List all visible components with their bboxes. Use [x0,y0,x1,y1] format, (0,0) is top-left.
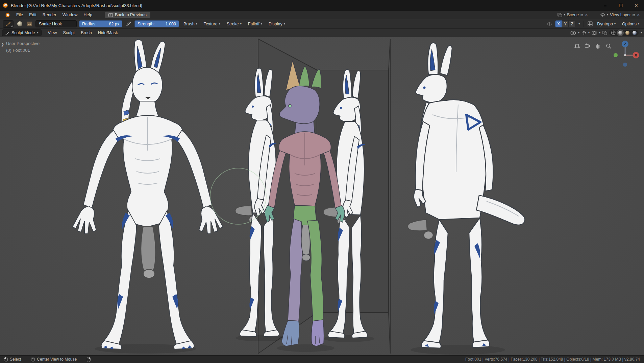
panel-texture[interactable]: Texture▾ [202,20,222,28]
gizmos-toggle-icon[interactable] [581,30,586,35]
blender-icon [5,13,10,18]
window-title: Blender [G:\Art Refs\My Characters-Adopt… [11,3,142,8]
dropdown-corner-icon [11,25,13,27]
chevron-down-icon[interactable]: ▾ [578,23,580,25]
chevron-down-icon: ▾ [607,14,608,16]
vp-menu-view[interactable]: View [45,30,60,35]
unlink-scene-icon[interactable]: ✕ [585,13,588,17]
ground-shadows [95,335,505,355]
viewport-header: Sculpt Mode ▾ View Sculpt Brush Hide/Mas… [0,29,644,37]
shading-rendered-icon[interactable] [632,30,637,36]
chevron-down-icon: ▾ [614,23,616,25]
vp-menu-brush[interactable]: Brush [78,30,95,35]
object-visibility-icon[interactable] [570,31,576,35]
back-to-previous-button[interactable]: Back to Previous [105,12,150,18]
expand-toolbar-chevron[interactable]: ❯ [1,42,4,47]
mirror-y-toggle[interactable]: Y [562,20,569,27]
tool-settings-header: Snake Hook Radius: 82 px Strength: 1.000… [0,19,644,29]
blender-window: Blender [G:\Art Refs\My Characters-Adopt… [0,0,644,363]
menu-edit[interactable]: Edit [26,11,40,19]
shading-solid-icon[interactable] [618,30,623,36]
brush-name-field[interactable]: Snake Hook [35,20,77,27]
hint-context-menu [87,357,91,362]
minimize-button[interactable]: – [597,0,613,11]
mouse-left-icon [4,357,8,362]
chevron-down-icon: ▾ [284,23,285,25]
matcap-ball-icon[interactable] [16,20,23,28]
panel-falloff[interactable]: Falloff▾ [246,20,264,28]
chevron-down-icon: ▾ [564,14,565,16]
blender-app-menu[interactable] [2,11,13,19]
mirror-axis-toggles: X Y Z [555,20,575,27]
menu-file[interactable]: File [13,11,26,19]
panel-stroke[interactable]: Stroke▾ [225,20,244,28]
menu-help[interactable]: Help [80,11,95,19]
mode-selector[interactable]: Sculpt Mode ▾ [2,29,42,36]
menu-render[interactable]: Render [40,11,59,19]
xray-toggle-icon[interactable] [602,31,607,35]
hint-select: Select [4,357,21,362]
shading-mode-group [609,30,639,36]
chevron-down-icon: ▾ [196,23,197,25]
shading-material-icon[interactable] [625,30,630,36]
sculpt-genital [301,225,310,255]
scene-statistics: Foot.001 | Verts:76,574 | Faces:130,208 … [465,357,640,362]
chevron-down-icon[interactable]: ▾ [578,31,579,34]
scene-icon [558,13,562,17]
viewport-3d[interactable]: ❯ User Perspective (0) Foot.001 [0,37,644,355]
sculpt-eye [289,105,291,107]
vp-menu-sculpt[interactable]: Sculpt [60,30,78,35]
viewport-nav-buttons [574,43,612,49]
chevron-down-icon: ▾ [261,23,262,25]
shading-dropdown-icon[interactable]: ▾ [641,31,642,34]
viewport-canvas[interactable] [0,37,644,355]
vp-menu-hidemask[interactable]: Hide/Mask [95,30,121,35]
camera-view-icon[interactable] [585,43,591,49]
maximize-button[interactable]: ☐ [613,0,628,11]
active-tool-button[interactable] [3,20,14,28]
shading-wireframe-icon[interactable] [611,30,616,36]
view-layer-selector[interactable]: ▾ View Layer ⧉ ✕ [598,12,642,18]
sculpt-brush-icon [5,21,11,27]
scene-selector[interactable]: ▾ Scene ⧉ ✕ [555,12,590,18]
options-dropdown[interactable]: Options▾ [620,20,641,28]
radius-slider[interactable]: Radius: 82 px [79,20,122,27]
gizmo-neg-z-dot[interactable] [623,63,627,67]
mirror-z-toggle[interactable]: Z [569,20,575,27]
perspective-toggle-icon[interactable] [574,43,580,49]
gizmo-z-label: Z [624,42,626,46]
chevron-down-icon: ▾ [638,23,639,25]
chevron-down-icon: ▾ [37,31,38,34]
panel-brush[interactable]: Brush▾ [181,20,199,28]
pressure-pen-icon[interactable] [125,20,132,28]
overlays-toggle-icon[interactable] [592,31,597,35]
move-view-hand-icon[interactable] [595,43,601,49]
chevron-down-icon[interactable]: ▾ [599,31,600,34]
title-bar: Blender [G:\Art Refs\My Characters-Adopt… [0,0,644,11]
back-arrow-icon [108,13,113,17]
sculpt-mode-icon [5,31,9,35]
mouse-right-icon [87,357,91,362]
navigation-gizmo[interactable]: Z X [611,40,639,68]
close-button[interactable]: ✕ [628,0,644,11]
chevron-down-icon: ▾ [219,23,220,25]
brush-texture-icon[interactable] [26,20,33,28]
panel-display[interactable]: Display▾ [267,20,287,28]
strength-slider[interactable]: Strength: 1.000 [134,20,179,27]
mirror-x-toggle[interactable]: X [555,20,562,27]
reference-figure-back-right[interactable] [407,43,525,348]
view-layer-icon [600,13,605,17]
new-scene-icon[interactable]: ⧉ [580,13,583,17]
gizmo-y-dot[interactable] [614,53,618,57]
hint-center-view: Center View to Mouse [31,357,77,362]
dyntopo-dropdown[interactable]: Dyntopo▾ [595,20,618,28]
new-view-layer-icon[interactable]: ⧉ [633,13,635,17]
reference-figure-front[interactable] [72,40,223,349]
mouse-middle-icon [31,357,35,362]
divider [584,21,584,27]
remove-view-layer-icon[interactable]: ✕ [637,13,640,17]
sculpt-foot-right [312,320,324,346]
menu-window[interactable]: Window [59,11,80,19]
chevron-down-icon[interactable]: ▾ [588,31,590,34]
status-bar: Select Center View to Mouse Foot.001 | V… [0,355,644,363]
